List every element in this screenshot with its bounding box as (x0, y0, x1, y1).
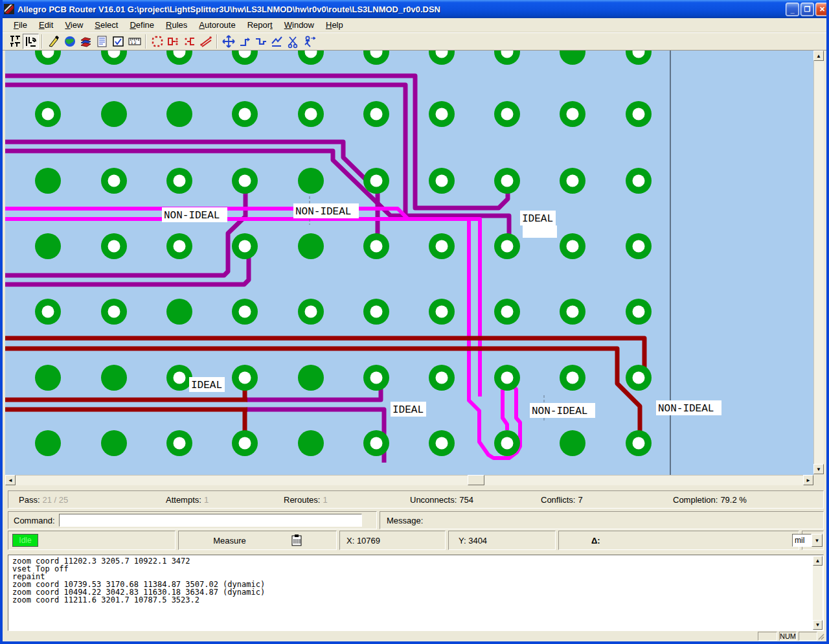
pad[interactable] (298, 168, 324, 194)
pad[interactable] (101, 365, 127, 391)
critic-route-icon[interactable] (269, 34, 285, 49)
log-console[interactable]: zoom coord 11202.3 3205.7 10922.1 3472vs… (8, 555, 824, 631)
menu-window[interactable]: Window (278, 19, 320, 31)
y-coordinate-cell: Y: 3404 (448, 531, 556, 550)
scroll-down-button[interactable]: ▼ (813, 464, 824, 474)
net-quality-label: NON-IDEAL (656, 400, 721, 415)
vertical-scrollbar[interactable]: ▲ ▼ (813, 51, 824, 475)
menu-autoroute[interactable]: Autoroute (193, 19, 241, 31)
routing-canvas[interactable]: NON-IDEALNON-IDEALIDEALIDEALIDEALNON-IDE… (5, 51, 813, 475)
pad[interactable] (298, 365, 324, 391)
pad-hole (305, 306, 317, 318)
menu-select[interactable]: Select (89, 19, 124, 31)
pad[interactable] (101, 430, 127, 456)
move-icon[interactable] (220, 34, 236, 49)
pad-hole (501, 240, 514, 253)
menu-file[interactable]: File (8, 19, 33, 31)
pad[interactable] (166, 299, 192, 325)
resize-grip[interactable] (817, 633, 825, 641)
pad-hole (436, 175, 448, 187)
close-button[interactable]: ✕ (815, 3, 829, 16)
measure-row: Idle Measure X: 10769 Y: 3404 Δ: mil ▼ (8, 531, 824, 550)
report-document-icon[interactable] (94, 34, 110, 49)
idle-indicator[interactable]: Idle (12, 534, 38, 547)
delta-label: Δ: (591, 536, 600, 546)
svg-text:NON-IDEAL: NON-IDEAL (658, 403, 714, 415)
pad[interactable] (35, 430, 61, 456)
pad[interactable] (298, 233, 324, 259)
pad-hole (370, 175, 383, 187)
menu-help[interactable]: Help (320, 19, 349, 31)
pad[interactable] (35, 168, 61, 194)
menu-edit[interactable]: Edit (33, 19, 59, 31)
pad[interactable] (35, 233, 61, 259)
maximize-button[interactable]: ❐ (801, 3, 814, 16)
svg-text:NON-IDEAL: NON-IDEAL (164, 210, 220, 222)
pad-hole (436, 306, 448, 318)
pad-hole (501, 108, 514, 121)
guide-ratsnest-icon[interactable] (198, 34, 214, 49)
pad[interactable] (298, 430, 324, 456)
net-to-pin-icon[interactable] (181, 34, 198, 49)
svg-text:NON-IDEAL: NON-IDEAL (532, 406, 587, 417)
svg-text:IDEAL: IDEAL (191, 380, 222, 391)
minimize-button[interactable]: _ (786, 3, 799, 16)
menu-report[interactable]: Report (242, 19, 278, 31)
menu-rules[interactable]: Rules (160, 19, 193, 31)
pad-hole (174, 240, 186, 253)
pad[interactable] (560, 430, 585, 456)
pad-hole (633, 240, 645, 253)
pad-hole (239, 240, 251, 253)
message-label: Message: (387, 516, 423, 525)
pad-hole (239, 372, 251, 384)
scroll-right-button[interactable]: ► (803, 475, 813, 485)
status-cell-empty-2 (799, 632, 817, 641)
units-dropdown-arrow-icon[interactable]: ▼ (812, 534, 823, 547)
menu-define[interactable]: Define (124, 19, 160, 31)
pad-hole (633, 372, 645, 384)
units-value[interactable]: mil (792, 534, 812, 547)
pad-hole (239, 108, 251, 121)
layers-icon[interactable] (78, 34, 94, 49)
pad[interactable] (101, 101, 127, 127)
autoroute-run-icon[interactable] (301, 34, 317, 49)
placement-pins-icon[interactable] (6, 34, 23, 49)
log-scrollbar[interactable]: ▲ ▼ (813, 556, 823, 630)
net-from-pin-icon[interactable] (165, 34, 181, 49)
check-dialog-icon[interactable] (110, 34, 126, 49)
log-scroll-down-button[interactable]: ▼ (813, 620, 823, 630)
units-cell: mil ▼ (802, 531, 824, 550)
status-conflicts: Conflicts:7 (541, 495, 583, 505)
log-line: zoom coord 11211.6 3201.7 10787.5 3523.2 (12, 596, 822, 604)
app-icon (4, 4, 14, 14)
delta-cell: Δ: (558, 531, 799, 550)
net-quality-label: NON-IDEAL (530, 403, 595, 418)
horizontal-scrollbar[interactable]: ◄ ► (5, 475, 813, 485)
reroute-icon[interactable] (253, 34, 269, 49)
scroll-left-button[interactable]: ◄ (5, 475, 16, 485)
pad-hole (239, 175, 251, 187)
log-line: vset Top off (12, 565, 822, 573)
route-corner-icon[interactable] (236, 34, 253, 49)
menu-view[interactable]: View (59, 19, 89, 31)
cut-segment-icon[interactable] (285, 34, 301, 49)
world-view-icon[interactable] (62, 34, 78, 49)
pad-hole (42, 306, 54, 318)
command-input[interactable] (59, 514, 362, 527)
select-region-icon[interactable] (149, 34, 165, 49)
pad[interactable] (35, 365, 61, 391)
log-scroll-up-button[interactable]: ▲ (813, 556, 823, 566)
menu-bar: FileEditViewSelectDefineRulesAutorouteRe… (3, 18, 826, 32)
plow-route-icon[interactable] (45, 34, 62, 49)
svg-text:IDEAL: IDEAL (522, 213, 553, 225)
pad[interactable] (166, 101, 192, 127)
pad-hole (239, 306, 251, 318)
horizontal-scroll-thumb[interactable] (468, 475, 484, 485)
fanout-route-icon[interactable] (23, 34, 39, 49)
pad-hole (501, 306, 514, 318)
scroll-up-button[interactable]: ▲ (813, 51, 824, 61)
pad-hole (436, 372, 448, 384)
measure-ruler-icon[interactable]: 1 2 (126, 34, 142, 49)
command-label: Command: (14, 516, 55, 525)
measure-clipboard-icon[interactable] (291, 535, 302, 546)
